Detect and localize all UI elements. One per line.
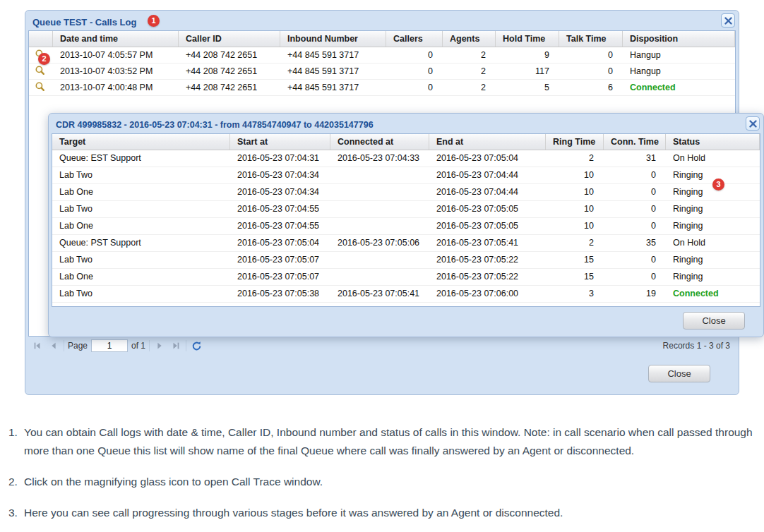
cell-callers: 0 [386, 64, 443, 79]
cell-target: Queue: EST Support [52, 150, 230, 167]
magnifier-icon[interactable] [29, 64, 53, 79]
cell-talktime: 0 [559, 64, 623, 79]
cell-target: Lab One [52, 184, 230, 200]
cell-endat: 2016-05-23 07:04:44 [429, 184, 546, 200]
cell-callers: 0 [386, 80, 443, 95]
note-text: Here you can see call progressing throug… [24, 504, 758, 522]
cell-startat: 2016-05-23 07:05:04 [230, 235, 330, 251]
col-header-callerid[interactable]: Caller ID [179, 31, 280, 47]
col-header-connectedat[interactable]: Connected at [330, 134, 429, 150]
table-row[interactable]: 2013-10-07 4:05:57 PM +44 208 742 2651 +… [29, 47, 735, 64]
col-header-inbound[interactable]: Inbound Number [280, 31, 386, 47]
cell-connectedat [330, 201, 429, 217]
note-number: 2. [8, 473, 24, 491]
first-page-icon[interactable] [31, 339, 44, 352]
col-header-date[interactable]: Date and time [53, 31, 179, 47]
col-header-endat[interactable]: End at [429, 134, 546, 150]
cell-conntime: 0 [604, 269, 666, 285]
cell-callerid: +44 208 742 2651 [179, 47, 280, 63]
table-row[interactable]: 2013-10-07 4:03:52 PM +44 208 742 2651 +… [29, 64, 735, 80]
next-page-icon[interactable] [153, 339, 166, 352]
calls-log-titlebar: Queue TEST - Calls Log [28, 13, 736, 30]
close-icon[interactable] [746, 116, 760, 131]
last-page-icon[interactable] [169, 339, 182, 352]
col-header-disposition[interactable]: Disposition [623, 31, 735, 47]
cell-target: Lab Two [52, 286, 230, 302]
table-row[interactable]: Lab Two 2016-05-23 07:05:38 2016-05-23 0… [52, 286, 760, 303]
close-button[interactable]: Close [648, 365, 710, 382]
cell-inbound: +44 845 591 3717 [280, 47, 386, 63]
col-header-startat[interactable]: Start at [230, 134, 330, 150]
cell-conntime: 35 [604, 235, 666, 251]
col-header-ringtime[interactable]: Ring Time [546, 134, 604, 150]
col-header-talktime[interactable]: Talk Time [559, 31, 623, 47]
table-row[interactable]: Lab Two 2016-05-23 07:04:55 2016-05-23 0… [52, 201, 760, 218]
x-glyph-icon [749, 120, 757, 128]
cell-talktime: 6 [559, 80, 623, 95]
table-row[interactable]: Lab One 2016-05-23 07:04:55 2016-05-23 0… [52, 218, 760, 235]
cdr-window: CDR 499985832 - 2016-05-23 07:04:31 - fr… [48, 113, 764, 337]
cell-target: Lab Two [52, 201, 230, 217]
col-header-conntime[interactable]: Conn. Time [604, 134, 666, 150]
cell-holdtime: 5 [496, 80, 559, 95]
note-3: 3. Here you can see call progressing thr… [8, 504, 758, 522]
magnifier-icon[interactable] [29, 80, 53, 95]
prev-page-icon[interactable] [47, 339, 60, 352]
page-input[interactable] [91, 339, 128, 352]
cell-startat: 2016-05-23 07:04:34 [230, 184, 330, 200]
col-header-target[interactable]: Target [52, 134, 230, 150]
note-number: 3. [8, 504, 24, 522]
cell-endat: 2016-05-23 07:06:00 [429, 286, 546, 302]
cell-status: Ringing [666, 252, 760, 268]
cell-conntime: 19 [604, 286, 666, 302]
table-row[interactable]: Lab One 2016-05-23 07:04:34 2016-05-23 0… [52, 184, 760, 201]
calls-log-footer: Close [28, 355, 736, 392]
cell-conntime: 0 [604, 218, 666, 234]
x-glyph-icon [724, 17, 732, 25]
note-2: 2. Click on the magnifying glass icon to… [8, 473, 758, 491]
paging-toolbar: Page of 1 Records 1 - 3 of 3 [28, 337, 736, 355]
close-button[interactable]: Close [683, 312, 745, 330]
cell-inbound: +44 845 591 3717 [280, 64, 386, 79]
refresh-icon[interactable] [190, 339, 203, 352]
table-row[interactable]: Lab One 2016-05-23 07:05:07 2016-05-23 0… [52, 269, 760, 286]
cell-endat: 2016-05-23 07:05:04 [429, 150, 546, 167]
cell-startat: 2016-05-23 07:04:31 [230, 150, 330, 167]
page-label: Page [68, 341, 88, 351]
cell-ringtime: 10 [546, 167, 604, 183]
cell-holdtime: 117 [496, 64, 559, 79]
cell-startat: 2016-05-23 07:05:38 [230, 286, 330, 302]
cell-target: Lab Two [52, 167, 230, 183]
col-header-holdtime[interactable]: Hold Time [496, 31, 559, 47]
toolbar-separator [64, 340, 64, 351]
cell-ringtime: 15 [546, 269, 604, 285]
table-row[interactable]: Lab Two 2016-05-23 07:05:07 2016-05-23 0… [52, 252, 760, 269]
cell-connectedat [330, 218, 429, 234]
table-row[interactable]: Lab Two 2016-05-23 07:04:34 2016-05-23 0… [52, 167, 760, 184]
cell-endat: 2016-05-23 07:04:44 [429, 167, 546, 183]
col-header-callers[interactable]: Callers [386, 31, 443, 47]
col-header-status[interactable]: Status [666, 134, 760, 150]
cell-target: Lab Two [52, 252, 230, 268]
toolbar-separator [186, 340, 186, 351]
note-1: 1. You can obtain Call logs with date & … [8, 423, 758, 460]
cell-startat: 2016-05-23 07:04:34 [230, 167, 330, 183]
records-count: Records 1 - 3 of 3 [663, 341, 730, 351]
cell-datetime: 2013-10-07 4:05:57 PM [53, 47, 179, 63]
table-row[interactable]: 2013-10-07 4:00:48 PM +44 208 742 2651 +… [29, 80, 735, 96]
cell-ringtime: 10 [546, 218, 604, 234]
table-row[interactable]: Queue: PST Support 2016-05-23 07:05:04 2… [52, 235, 760, 252]
cell-startat: 2016-05-23 07:04:55 [230, 218, 330, 234]
cell-conntime: 0 [604, 201, 666, 217]
col-header-agents[interactable]: Agents [443, 31, 496, 47]
table-row[interactable]: Queue: EST Support 2016-05-23 07:04:31 2… [52, 150, 760, 167]
cell-conntime: 0 [604, 252, 666, 268]
cell-callerid: +44 208 742 2651 [179, 64, 280, 79]
annotation-notes: 1. You can obtain Call logs with date & … [8, 423, 758, 532]
cell-connectedat: 2016-05-23 07:04:33 [330, 150, 429, 167]
toolbar-separator [149, 340, 150, 351]
close-icon[interactable] [721, 13, 735, 28]
cell-status: Ringing [666, 269, 760, 285]
cdr-title: CDR 499985832 - 2016-05-23 07:04:31 - fr… [56, 120, 374, 130]
cell-disposition: Connected [623, 80, 735, 95]
